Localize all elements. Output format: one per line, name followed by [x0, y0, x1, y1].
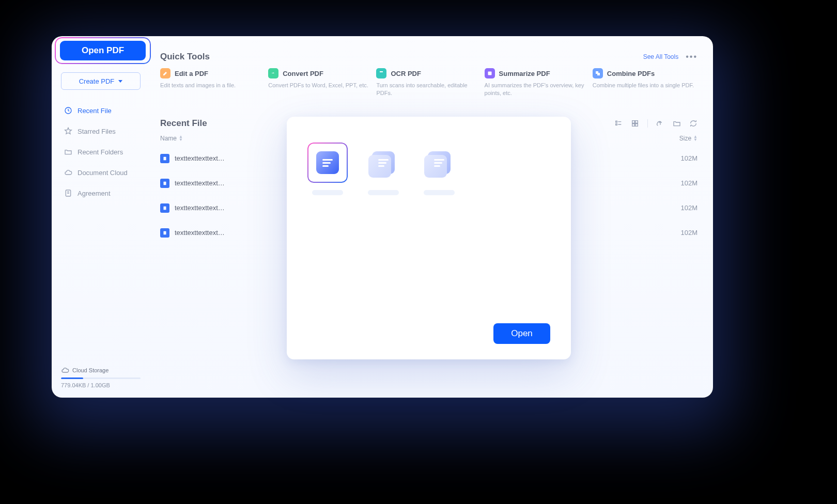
tool-convert-pdf[interactable]: Convert PDF Convert PDFs to Word, Excel,… — [268, 68, 373, 98]
quick-tools-title: Quick Tools — [160, 52, 210, 62]
star-icon — [64, 127, 72, 135]
thumbnail-label-placeholder — [424, 190, 455, 195]
pdf-file-icon — [160, 179, 169, 188]
svg-rect-14 — [164, 231, 166, 234]
svg-rect-2 — [488, 72, 491, 75]
chevron-down-icon — [118, 80, 122, 83]
cloud-storage-label: Cloud Storage — [72, 367, 109, 373]
file-thumbnail[interactable] — [419, 143, 459, 195]
cloud-icon — [61, 366, 69, 374]
tool-name: Edit a PDF — [175, 70, 208, 77]
svg-rect-7 — [632, 120, 635, 123]
edit-icon — [160, 68, 171, 78]
grid-view-icon[interactable] — [631, 119, 639, 128]
svg-rect-8 — [636, 120, 638, 123]
clock-icon — [64, 106, 72, 115]
sidebar-item-recent-file[interactable]: Recent File — [57, 100, 145, 121]
ocr-icon — [376, 68, 386, 78]
recent-toolbar — [614, 119, 698, 128]
file-thumbnail[interactable] — [307, 143, 348, 195]
file-picker-dialog: Open — [287, 117, 571, 359]
svg-rect-12 — [164, 181, 166, 185]
svg-rect-6 — [616, 123, 617, 125]
summarize-icon — [485, 68, 495, 78]
open-button[interactable]: Open — [493, 323, 550, 344]
folder-icon — [64, 148, 72, 156]
sidebar-item-agreement[interactable]: Agreement — [57, 183, 145, 203]
create-pdf-button[interactable]: Create PDF — [61, 72, 141, 90]
quick-tools-row: Edit a PDF Edit texts and images in a fi… — [160, 68, 698, 98]
tool-combine-pdfs[interactable]: Combine PDFs Combine multiple files into… — [593, 68, 698, 98]
svg-rect-9 — [632, 123, 635, 126]
tool-desc: Edit texts and images in a file. — [160, 82, 262, 89]
cloud-icon — [64, 168, 72, 177]
file-name: texttexttexttexttext — [175, 154, 226, 162]
thumbnail-label-placeholder — [368, 190, 399, 195]
folder-open-icon[interactable] — [673, 119, 681, 128]
storage-progress — [61, 377, 141, 379]
tool-name: Combine PDFs — [607, 70, 655, 77]
recent-file-title: Recent File — [160, 118, 207, 129]
svg-rect-5 — [616, 121, 617, 122]
tool-desc: Combine multiple files into a single PDF… — [593, 82, 694, 89]
separator — [647, 119, 648, 128]
see-all-tools-link[interactable]: See All Tools — [643, 53, 679, 60]
tool-edit-pdf[interactable]: Edit a PDF Edit texts and images in a fi… — [160, 68, 265, 98]
sidebar-item-recent-folders[interactable]: Recent Folders — [57, 141, 145, 162]
document-stack-icon — [428, 151, 451, 174]
thumbnail-selected — [307, 143, 348, 183]
tool-desc: AI summarizes the PDF's overview, key po… — [485, 82, 586, 98]
svg-rect-10 — [636, 123, 638, 126]
file-size: 102M — [680, 204, 698, 212]
open-pdf-callout[interactable]: Open PDF — [55, 37, 151, 64]
convert-icon — [268, 68, 278, 78]
app-window: Open PDF Create PDF Recent File Starred … — [52, 36, 713, 398]
file-name: texttexttexttexttext — [175, 179, 226, 187]
sidebar-item-label: Starred Files — [78, 128, 116, 135]
quick-tools-header: Quick Tools See All Tools ••• — [160, 52, 698, 62]
pdf-file-icon — [160, 228, 169, 238]
sidebar-item-document-cloud[interactable]: Document Cloud — [57, 162, 145, 183]
file-name: texttexttexttexttext — [175, 229, 226, 237]
sort-icon: ▲▼ — [693, 135, 698, 141]
sidebar-item-label: Recent Folders — [78, 148, 123, 156]
column-size[interactable]: Size ▲▼ — [667, 135, 698, 142]
sidebar-item-label: Recent File — [78, 107, 112, 115]
tool-desc: Turn scans into searchable, editable PDF… — [376, 82, 478, 98]
file-size: 102M — [680, 229, 698, 237]
file-size: 102M — [680, 154, 698, 162]
pdf-file-icon — [160, 154, 169, 163]
sidebar-item-label: Agreement — [78, 190, 111, 197]
refresh-icon[interactable] — [689, 119, 698, 128]
file-size: 102M — [680, 179, 698, 187]
sidebar-item-starred-files[interactable]: Starred Files — [57, 121, 145, 141]
tool-name: Summarize PDF — [499, 70, 550, 77]
document-stack-icon — [372, 151, 395, 174]
list-view-icon[interactable] — [614, 119, 623, 128]
dialog-thumbnails — [307, 143, 550, 195]
pdf-file-icon — [160, 203, 169, 213]
sidebar: Create PDF Recent File Starred Files Rec… — [52, 36, 150, 398]
cloud-storage-block: Cloud Storage 779.04KB / 1.00GB — [57, 366, 145, 392]
tool-name: OCR PDF — [391, 70, 421, 77]
tool-summarize-pdf[interactable]: Summarize PDF AI summarizes the PDF's ov… — [485, 68, 590, 98]
file-name: texttexttexttexttext — [175, 204, 226, 212]
svg-rect-4 — [597, 73, 600, 75]
document-stack-icon — [316, 151, 339, 174]
open-pdf-callout-label: Open PDF — [60, 41, 146, 60]
create-pdf-label: Create PDF — [79, 77, 115, 85]
thumbnail — [419, 143, 459, 183]
sort-icon: ▲▼ — [179, 135, 183, 141]
more-icon[interactable]: ••• — [686, 52, 698, 61]
combine-icon — [593, 68, 603, 78]
upload-icon[interactable] — [656, 119, 664, 128]
thumbnail-label-placeholder — [312, 190, 343, 195]
tool-ocr-pdf[interactable]: OCR PDF Turn scans into searchable, edit… — [376, 68, 481, 98]
column-name[interactable]: Name ▲▼ — [160, 135, 227, 142]
tool-name: Convert PDF — [283, 70, 323, 77]
document-icon — [64, 189, 72, 197]
tool-desc: Convert PDFs to Word, Excel, PPT, etc. — [268, 82, 370, 89]
svg-rect-13 — [164, 206, 166, 210]
file-thumbnail[interactable] — [363, 143, 404, 195]
svg-rect-11 — [164, 156, 166, 160]
